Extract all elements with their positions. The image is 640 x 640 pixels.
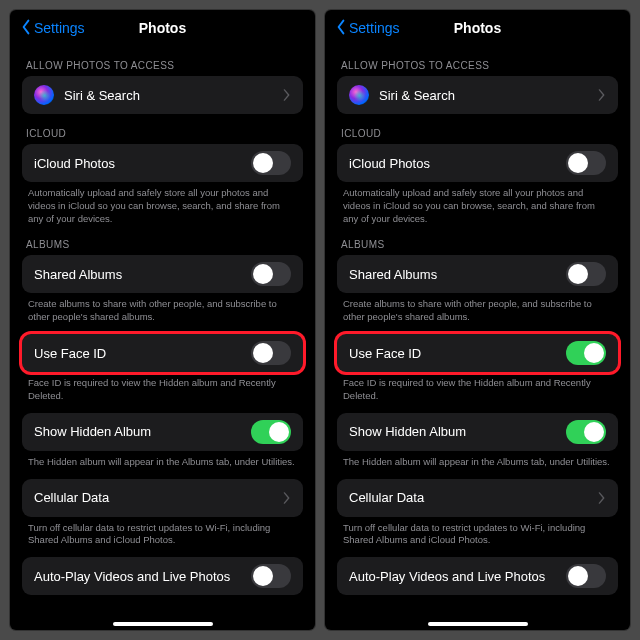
back-label: Settings bbox=[349, 20, 400, 36]
footer-faceid: Face ID is required to view the Hidden a… bbox=[343, 377, 612, 403]
chevron-right-icon bbox=[598, 492, 606, 504]
row-use-face-id[interactable]: Use Face ID bbox=[22, 334, 303, 372]
row-show-hidden[interactable]: Show Hidden Album bbox=[22, 413, 303, 451]
row-label: Shared Albums bbox=[34, 267, 122, 282]
toggle-knob bbox=[568, 153, 588, 173]
row-label: Use Face ID bbox=[34, 346, 106, 361]
footer-icloud: Automatically upload and safely store al… bbox=[28, 187, 297, 225]
chevron-left-icon bbox=[335, 19, 347, 38]
navbar: Settings Photos bbox=[10, 10, 315, 46]
row-label: Show Hidden Album bbox=[349, 424, 466, 439]
toggle-knob bbox=[568, 566, 588, 586]
home-indicator[interactable] bbox=[113, 622, 213, 626]
toggle-knob bbox=[253, 264, 273, 284]
chevron-right-icon bbox=[283, 89, 291, 101]
toggle-knob bbox=[269, 422, 289, 442]
section-header-access: ALLOW PHOTOS TO ACCESS bbox=[341, 60, 614, 71]
toggle-knob bbox=[253, 566, 273, 586]
row-label: Show Hidden Album bbox=[34, 424, 151, 439]
row-show-hidden[interactable]: Show Hidden Album bbox=[337, 413, 618, 451]
footer-shared: Create albums to share with other people… bbox=[28, 298, 297, 324]
row-label: Auto-Play Videos and Live Photos bbox=[349, 569, 545, 584]
row-icloud-photos[interactable]: iCloud Photos bbox=[337, 144, 618, 182]
footer-shared: Create albums to share with other people… bbox=[343, 298, 612, 324]
section-header-icloud: ICLOUD bbox=[341, 128, 614, 139]
back-button[interactable]: Settings bbox=[20, 19, 85, 38]
siri-icon bbox=[349, 85, 369, 105]
footer-cellular: Turn off cellular data to restrict updat… bbox=[28, 522, 297, 548]
footer-hidden: The Hidden album will appear in the Albu… bbox=[28, 456, 297, 469]
content: ALLOW PHOTOS TO ACCESS Siri & Search ICL… bbox=[325, 46, 630, 630]
row-icloud-photos[interactable]: iCloud Photos bbox=[22, 144, 303, 182]
section-header-access: ALLOW PHOTOS TO ACCESS bbox=[26, 60, 299, 71]
toggle-show-hidden[interactable] bbox=[566, 420, 606, 444]
toggle-knob bbox=[584, 422, 604, 442]
toggle-shared-albums[interactable] bbox=[566, 262, 606, 286]
row-shared-albums[interactable]: Shared Albums bbox=[22, 255, 303, 293]
row-label: Shared Albums bbox=[349, 267, 437, 282]
chevron-right-icon bbox=[283, 492, 291, 504]
row-label: iCloud Photos bbox=[34, 156, 115, 171]
toggle-show-hidden[interactable] bbox=[251, 420, 291, 444]
section-header-albums: ALBUMS bbox=[341, 239, 614, 250]
row-use-face-id[interactable]: Use Face ID bbox=[337, 334, 618, 372]
back-label: Settings bbox=[34, 20, 85, 36]
row-label: Siri & Search bbox=[64, 88, 140, 103]
toggle-autoplay[interactable] bbox=[566, 564, 606, 588]
footer-hidden: The Hidden album will appear in the Albu… bbox=[343, 456, 612, 469]
row-label: Use Face ID bbox=[349, 346, 421, 361]
toggle-icloud-photos[interactable] bbox=[566, 151, 606, 175]
toggle-knob bbox=[253, 153, 273, 173]
chevron-left-icon bbox=[20, 19, 32, 38]
row-label: Auto-Play Videos and Live Photos bbox=[34, 569, 230, 584]
section-header-icloud: ICLOUD bbox=[26, 128, 299, 139]
row-siri-search[interactable]: Siri & Search bbox=[337, 76, 618, 114]
row-siri-search[interactable]: Siri & Search bbox=[22, 76, 303, 114]
phone-right: Settings Photos ALLOW PHOTOS TO ACCESS S… bbox=[325, 10, 630, 630]
footer-icloud: Automatically upload and safely store al… bbox=[343, 187, 612, 225]
row-shared-albums[interactable]: Shared Albums bbox=[337, 255, 618, 293]
phone-left: Settings Photos ALLOW PHOTOS TO ACCESS S… bbox=[10, 10, 315, 630]
toggle-autoplay[interactable] bbox=[251, 564, 291, 588]
navbar: Settings Photos bbox=[325, 10, 630, 46]
row-label: Siri & Search bbox=[379, 88, 455, 103]
toggle-icloud-photos[interactable] bbox=[251, 151, 291, 175]
toggle-use-face-id[interactable] bbox=[566, 341, 606, 365]
toggle-knob bbox=[568, 264, 588, 284]
row-autoplay[interactable]: Auto-Play Videos and Live Photos bbox=[337, 557, 618, 595]
toggle-knob bbox=[584, 343, 604, 363]
section-header-albums: ALBUMS bbox=[26, 239, 299, 250]
siri-icon bbox=[34, 85, 54, 105]
row-label: Cellular Data bbox=[349, 490, 424, 505]
content: ALLOW PHOTOS TO ACCESS Siri & Search ICL… bbox=[10, 46, 315, 630]
footer-cellular: Turn off cellular data to restrict updat… bbox=[343, 522, 612, 548]
home-indicator[interactable] bbox=[428, 622, 528, 626]
toggle-shared-albums[interactable] bbox=[251, 262, 291, 286]
row-cellular-data[interactable]: Cellular Data bbox=[22, 479, 303, 517]
toggle-use-face-id[interactable] bbox=[251, 341, 291, 365]
back-button[interactable]: Settings bbox=[335, 19, 400, 38]
toggle-knob bbox=[253, 343, 273, 363]
chevron-right-icon bbox=[598, 89, 606, 101]
row-label: Cellular Data bbox=[34, 490, 109, 505]
row-autoplay[interactable]: Auto-Play Videos and Live Photos bbox=[22, 557, 303, 595]
row-label: iCloud Photos bbox=[349, 156, 430, 171]
row-cellular-data[interactable]: Cellular Data bbox=[337, 479, 618, 517]
footer-faceid: Face ID is required to view the Hidden a… bbox=[28, 377, 297, 403]
